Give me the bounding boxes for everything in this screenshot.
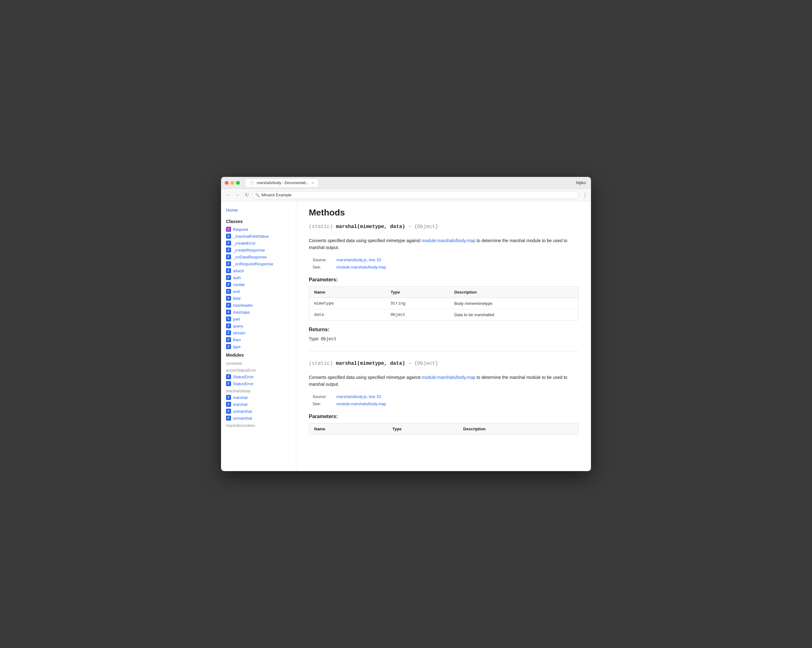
sidebar-item-9[interactable]: F hasHeader xyxy=(221,302,296,309)
sidebar-item-field[interactable]: F field xyxy=(221,295,296,302)
page-title: Methods xyxy=(309,208,578,218)
param-desc-data: Data to be marshalled xyxy=(449,309,578,320)
sidebar-item-then[interactable]: F then xyxy=(221,336,296,343)
sidebar-item-13[interactable]: F stream xyxy=(221,329,296,336)
sidebar-item-10[interactable]: F mashape xyxy=(221,309,296,316)
sidebar-label-1: _createError xyxy=(233,241,255,246)
sidebar-label-6: auth xyxy=(233,275,241,280)
col-type-2: Type xyxy=(388,423,458,434)
returns-section-1: Returns: Type: Object xyxy=(309,327,578,342)
sidebar-item-6[interactable]: F auth xyxy=(221,274,296,281)
maximize-button[interactable] xyxy=(236,181,240,185)
see-label-1: See: xyxy=(313,265,331,269)
col-name-2: Name xyxy=(309,423,388,434)
sidebar-label-7: cookie xyxy=(233,282,245,287)
sidebar-item-0[interactable]: F _marshalFieldValue xyxy=(221,233,296,240)
traffic-lights xyxy=(225,181,240,185)
badge-f-6: F xyxy=(226,275,231,280)
sidebar-item-type[interactable]: F type xyxy=(221,343,296,350)
tab-close-icon[interactable]: ✕ xyxy=(311,181,314,185)
active-tab[interactable]: 📄 marshals/body - Documentati... ✕ xyxy=(245,179,319,187)
sidebar-label-marshal1: marshal xyxy=(233,395,247,400)
minimize-button[interactable] xyxy=(230,181,234,185)
sidebar-item-marshal1[interactable]: F marshal xyxy=(221,394,296,401)
source-link-1[interactable]: marshals/body.js, line 33 xyxy=(336,258,381,262)
source-label-1: Source: xyxy=(313,258,331,262)
sidebar-item-11[interactable]: F part xyxy=(221,316,296,322)
sidebar-label-13: stream xyxy=(233,330,246,335)
address-bar[interactable]: 🔍 Minami Example xyxy=(252,191,579,199)
sidebar-item-request[interactable]: C Request xyxy=(221,226,296,233)
badge-f-10: F xyxy=(226,310,231,315)
close-button[interactable] xyxy=(225,181,229,185)
see-link-2[interactable]: module:marshals/body.map xyxy=(336,402,386,406)
sidebar-home[interactable]: Home xyxy=(221,206,296,214)
back-button[interactable]: ← xyxy=(224,191,232,199)
see-link-1[interactable]: module:marshals/body.map xyxy=(336,265,386,269)
sidebar-label-3: _onDataResponse xyxy=(233,255,267,259)
sidebar-label-12: query xyxy=(233,324,243,329)
col-name-1: Name xyxy=(309,286,386,298)
sidebar-label-2: _createResponse xyxy=(233,248,265,252)
sidebar-label-marshal2: marshal xyxy=(233,402,247,407)
tab-icon: 📄 xyxy=(250,181,254,185)
method-arrow-2: → xyxy=(408,361,414,366)
badge-f-4: F xyxy=(226,261,231,266)
sidebar-label-4: _onRequestResponse xyxy=(233,261,273,266)
params-table-2: Name Type Description xyxy=(309,423,578,435)
sidebar-modules-title: Modules xyxy=(221,350,296,359)
refresh-button[interactable]: ↻ xyxy=(243,191,250,199)
badge-f-2: F xyxy=(226,248,231,252)
badge-c: C xyxy=(226,227,231,232)
sidebar-item-1[interactable]: F _createError xyxy=(221,240,296,246)
badge-f-5: F xyxy=(226,268,231,273)
returns-value-1: Object xyxy=(321,336,336,342)
sidebar-item-2[interactable]: F _createResponse xyxy=(221,246,296,254)
method-desc-2: Converts specified data using specified … xyxy=(309,374,578,388)
method-desc-link-2[interactable]: module:marshals/body.map xyxy=(422,375,475,380)
sidebar-item-status1[interactable]: F StatusError xyxy=(221,373,296,380)
badge-f-then: F xyxy=(226,337,231,342)
sidebar-item-unmarshal2[interactable]: F unmarshal xyxy=(221,415,296,422)
sidebar-label-type: type xyxy=(233,344,241,349)
param-type-mimetype: String xyxy=(386,298,449,309)
sidebar-label-unmarshal1: unmarshal xyxy=(233,409,252,414)
sidebar-item-3[interactable]: F _onDataResponse xyxy=(221,254,296,260)
badge-f-u2: F xyxy=(226,416,231,420)
sidebar-item-status2[interactable]: F StatusError xyxy=(221,380,296,387)
menu-button[interactable]: ⋮ xyxy=(582,192,588,199)
sidebar-item-unmarshal1[interactable]: F unmarshal xyxy=(221,408,296,415)
sidebar-label-10: mashape xyxy=(233,310,250,315)
sidebar-item-12[interactable]: F query xyxy=(221,322,296,329)
sidebar-label-0: _marshalFieldValue xyxy=(233,234,269,239)
sidebar-label-status1: StatusError xyxy=(233,374,253,379)
source-link-2[interactable]: marshals/body.js, line 33 xyxy=(336,394,381,399)
meta-row-source-2: Source: marshals/body.js, line 33 xyxy=(309,393,578,400)
sidebar-item-7[interactable]: F cookie xyxy=(221,281,296,288)
tab-title: marshals/body - Documentati... xyxy=(257,181,309,185)
sidebar-item-5[interactable]: F attach xyxy=(221,267,296,274)
sidebar-item-marshal2[interactable]: F marshal xyxy=(221,401,296,408)
forward-button[interactable]: → xyxy=(234,191,241,199)
method-desc-link-1[interactable]: module:marshals/body.map xyxy=(422,238,475,243)
param-desc-mimetype: Body mimemimetype xyxy=(449,298,578,309)
method-signature-2: (static) marshal(mimetype, data) → {Obje… xyxy=(309,361,578,370)
sidebar-label-8: end xyxy=(233,289,240,294)
sidebar-label-status2: StatusError xyxy=(233,381,253,386)
col-desc-1: Description xyxy=(449,286,578,298)
badge-f-9: F xyxy=(226,303,231,308)
sidebar-label-request: Request xyxy=(233,227,248,232)
method-return-1: {Object} xyxy=(414,224,438,229)
meta-table-1: Source: marshals/body.js, line 33 See: m… xyxy=(309,256,578,271)
meta-row-see-1: See: module:marshals/body.map xyxy=(309,263,578,271)
sidebar-classes-title: Classes xyxy=(221,216,296,226)
sidebar-item-8[interactable]: F end xyxy=(221,288,296,295)
badge-f-type: F xyxy=(226,344,231,349)
sidebar-label-11: part xyxy=(233,317,240,321)
param-name-mimetype: mimetype xyxy=(309,298,386,309)
sidebar-item-4[interactable]: F _onRequestResponse xyxy=(221,260,296,267)
badge-f-8: F xyxy=(226,289,231,294)
source-label-2: Source: xyxy=(313,394,331,399)
params-title-1: Parameters: xyxy=(309,277,578,283)
badge-f-12: F xyxy=(226,323,231,329)
